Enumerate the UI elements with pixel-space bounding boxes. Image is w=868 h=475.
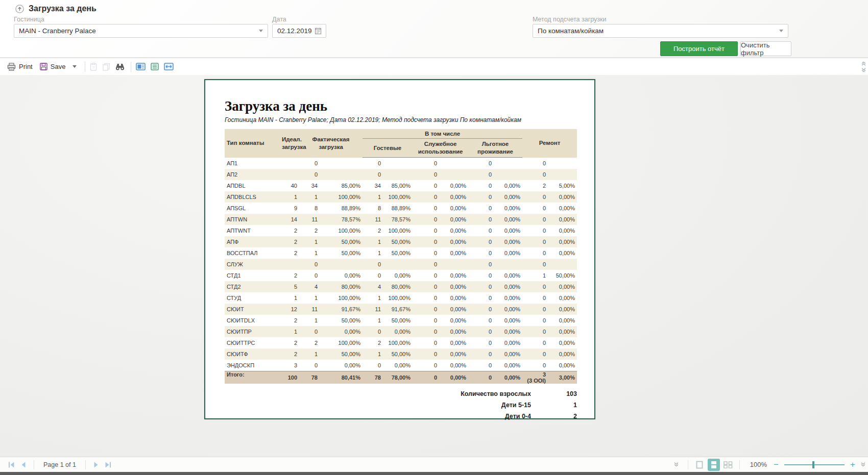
- value-cell: 1: [299, 292, 320, 304]
- scroll-down-icon[interactable]: [860, 462, 866, 468]
- table-row: СЮИТТРС22100,00%2100,00%00,00%00,00%00,0…: [225, 337, 577, 348]
- save-button[interactable]: Save: [40, 63, 77, 70]
- next-page-button[interactable]: [90, 459, 102, 470]
- value-cell: 0: [363, 158, 383, 169]
- value-cell: 1: [522, 270, 548, 281]
- toolbar-separator: [85, 62, 85, 72]
- room-type-cell: СТД2: [225, 281, 280, 292]
- search-binoculars-icon[interactable]: [115, 63, 125, 70]
- total-cell: 3,00%: [548, 371, 577, 384]
- value-cell: 0,00%: [548, 191, 577, 203]
- value-cell: 0,00%: [439, 180, 468, 191]
- value-cell: 0,00%: [494, 191, 522, 203]
- value-cell: 0: [299, 169, 320, 180]
- fit-width-icon[interactable]: [164, 63, 174, 70]
- report-summary: Количество взрослых 103 Дети 5-15 1 Дети…: [225, 388, 577, 422]
- room-type-cell: СТД1: [225, 270, 280, 281]
- value-cell: 0,00%: [383, 270, 413, 281]
- value-cell: 100,00%: [383, 225, 413, 236]
- table-row: СТД25480,00%480,00%00,00%00,00%00,00%: [225, 281, 577, 292]
- statusbar-separator: [85, 460, 86, 469]
- value-cell: 0: [522, 236, 548, 247]
- value-cell: 0,00%: [494, 281, 522, 292]
- value-cell: 2: [522, 180, 548, 191]
- value-cell: 0: [413, 158, 439, 169]
- total-repair-note: (3 OOI): [524, 378, 546, 384]
- app-window: Загрузка за день Гостиница MAIN - Cranbe…: [0, 0, 868, 475]
- zoom-slider-handle[interactable]: [812, 461, 814, 468]
- total-repair-cell: 3 (3 OOI): [522, 371, 548, 384]
- room-type-cell: СЮИТDLX: [225, 315, 280, 326]
- value-cell: [280, 158, 299, 169]
- zoom-in-button[interactable]: +: [849, 460, 857, 470]
- value-cell: 0,00%: [320, 360, 363, 371]
- clear-filter-button[interactable]: Очистить фильтр: [740, 41, 791, 56]
- table-row: СЮИТФ2150,00%150,00%00,00%00,00%00,00%: [225, 348, 577, 360]
- value-cell: 0: [468, 337, 494, 348]
- value-cell: 0: [522, 304, 548, 315]
- value-cell: 11: [299, 304, 320, 315]
- last-page-button[interactable]: [102, 459, 114, 470]
- scroll-down-icon[interactable]: [861, 67, 867, 73]
- value-cell: 12: [280, 304, 299, 315]
- value-cell: 0,00%: [548, 360, 577, 371]
- first-page-button[interactable]: [5, 459, 17, 470]
- value-cell: 2: [280, 270, 299, 281]
- view-document-green-icon[interactable]: [151, 63, 159, 70]
- value-cell: 0,00%: [494, 304, 522, 315]
- value-cell: 100,00%: [383, 292, 413, 304]
- view-document-blue-icon[interactable]: [136, 63, 146, 70]
- value-cell: 100,00%: [320, 337, 363, 348]
- room-type-cell: СЛУЖ: [225, 259, 280, 270]
- view-continuous-button[interactable]: [708, 459, 720, 471]
- zoom-out-button[interactable]: −: [772, 460, 780, 470]
- value-cell: 0: [413, 259, 439, 270]
- date-input[interactable]: 02.12.2019: [272, 24, 326, 38]
- scroll-down-icon[interactable]: [673, 462, 680, 468]
- value-cell: 0: [468, 315, 494, 326]
- total-cell: 0,00%: [494, 371, 522, 384]
- previous-page-button[interactable]: [17, 459, 30, 470]
- value-cell: 0: [468, 180, 494, 191]
- value-cell: 1: [299, 191, 320, 203]
- value-cell: 0,00%: [494, 348, 522, 360]
- value-cell: 0: [468, 326, 494, 337]
- zoom-slider[interactable]: [784, 464, 845, 465]
- value-cell: 0: [413, 225, 439, 236]
- view-single-page-button[interactable]: [693, 459, 706, 471]
- calendar-icon[interactable]: [315, 28, 321, 34]
- value-cell: 100,00%: [383, 191, 413, 203]
- hotel-select[interactable]: MAIN - Cranberry Palace: [14, 24, 268, 38]
- value-cell: 0: [522, 292, 548, 304]
- table-row: АП200000: [225, 169, 577, 180]
- value-cell: 9: [280, 203, 299, 214]
- value-cell: 0: [413, 270, 439, 281]
- report-preview-area[interactable]: Загрузка за день Гостиница MAIN - Cranbe…: [0, 75, 868, 457]
- value-cell: [439, 259, 468, 270]
- value-cell: 0: [413, 247, 439, 259]
- scroll-up-icon[interactable]: [861, 60, 867, 66]
- value-cell: 0,00%: [439, 304, 468, 315]
- value-cell: [383, 158, 413, 169]
- build-report-button[interactable]: Построить отчёт: [660, 41, 738, 56]
- copy-pages-icon: [102, 63, 110, 71]
- value-cell: [320, 169, 363, 180]
- room-type-cell: АПФ: [225, 236, 280, 247]
- toolbar-separator: [131, 62, 131, 72]
- print-button[interactable]: Print: [7, 63, 33, 71]
- value-cell: 0: [522, 247, 548, 259]
- value-cell: 0,00%: [439, 191, 468, 203]
- value-cell: 0: [468, 214, 494, 225]
- table-row: АПDBL403485,00%3485,00%00,00%00,00%25,00…: [225, 180, 577, 191]
- value-cell: [494, 259, 522, 270]
- value-cell: 0,00%: [548, 247, 577, 259]
- value-cell: 1: [363, 315, 383, 326]
- value-cell: 0,00%: [548, 225, 577, 236]
- value-cell: 0: [522, 225, 548, 236]
- collapse-panel-icon[interactable]: [15, 5, 24, 13]
- view-multi-page-button[interactable]: [722, 459, 734, 471]
- method-select[interactable]: По комнатам/койкам: [533, 24, 788, 38]
- value-cell: 50,00%: [383, 236, 413, 247]
- chevron-down-icon: [259, 30, 263, 32]
- value-cell: 85,00%: [383, 180, 413, 191]
